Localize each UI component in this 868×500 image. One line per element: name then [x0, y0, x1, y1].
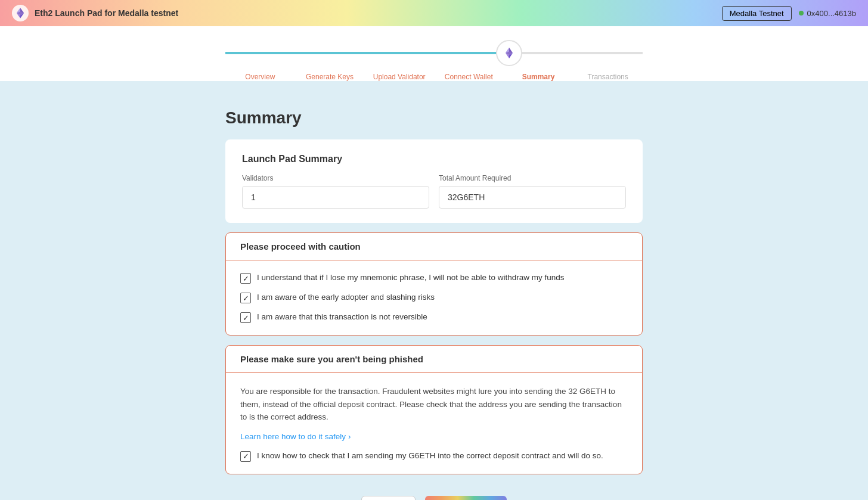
- phishing-checkbox-row: I know how to check that I am sending my…: [240, 451, 628, 462]
- step-connect-wallet: Connect Wallet: [434, 73, 504, 81]
- wallet-address: 0x400...4613b: [799, 9, 856, 18]
- wallet-address-text: 0x400...4613b: [807, 9, 856, 18]
- app-title: Eth2 Launch Pad for Medalla testnet: [35, 8, 178, 18]
- caution-title: Please proceed with caution: [240, 241, 628, 251]
- header-right: Medalla Testnet 0x400...4613b: [722, 6, 856, 21]
- validators-field-group: Validators 1: [242, 174, 429, 209]
- network-button[interactable]: Medalla Testnet: [722, 6, 792, 21]
- page-title: Summary: [225, 108, 643, 128]
- header-left: Eth2 Launch Pad for Medalla testnet: [12, 5, 178, 21]
- checkbox-row-2: I am aware of the early adopter and slas…: [240, 292, 628, 303]
- progress-track: [225, 52, 643, 54]
- back-button[interactable]: Back: [361, 496, 416, 500]
- checkbox-row-3: I am aware that this transaction is not …: [240, 312, 628, 323]
- chevron-right-icon: ›: [348, 432, 351, 441]
- phishing-body: You are responsible for the transaction.…: [226, 373, 642, 474]
- phishing-checkbox[interactable]: [240, 451, 251, 462]
- launch-pad-summary-inner: Launch Pad Summary Validators 1 Total Am…: [225, 139, 643, 223]
- validators-value: 1: [242, 186, 429, 209]
- checkbox-1[interactable]: [240, 273, 251, 284]
- checkbox-2[interactable]: [240, 293, 251, 303]
- learn-link[interactable]: Learn here how to do it safely ›: [240, 432, 351, 441]
- phishing-checkbox-label: I know how to check that I am sending my…: [257, 451, 603, 462]
- launch-pad-summary-card: Launch Pad Summary Validators 1 Total Am…: [225, 139, 643, 223]
- caution-header: Please proceed with caution: [226, 233, 642, 260]
- progress-fill: [225, 52, 509, 54]
- connection-status-dot: [799, 11, 804, 15]
- phishing-body-text: You are responsible for the transaction.…: [240, 385, 628, 424]
- buttons-row: Back Continue: [0, 484, 868, 500]
- caution-card: Please proceed with caution I understand…: [225, 232, 643, 336]
- total-amount-label: Total Amount Required: [439, 174, 626, 182]
- progress-track-container: [225, 38, 643, 68]
- fields-row: Validators 1 Total Amount Required 32G6E…: [242, 174, 626, 209]
- phishing-header: Please make sure you aren't being phishe…: [226, 346, 642, 373]
- total-amount-value: 32G6ETH: [439, 186, 626, 209]
- total-amount-field-group: Total Amount Required 32G6ETH: [439, 174, 626, 209]
- progress-area: Overview Generate Keys Upload Validator …: [0, 26, 868, 81]
- progress-eth-icon: [496, 40, 522, 66]
- eth-logo-icon: [12, 5, 29, 21]
- continue-button[interactable]: Continue: [425, 496, 507, 500]
- validators-label: Validators: [242, 174, 429, 182]
- checkbox-3[interactable]: [240, 312, 251, 323]
- checkbox-row-1: I understand that if I lose my mnemonic …: [240, 272, 628, 284]
- checkbox-label-1: I understand that if I lose my mnemonic …: [257, 272, 565, 284]
- steps-row: Overview Generate Keys Upload Validator …: [225, 73, 643, 81]
- eth-diamond-icon: [501, 45, 517, 61]
- phishing-title: Please make sure you aren't being phishe…: [240, 354, 628, 364]
- step-summary: Summary: [504, 73, 574, 81]
- main-content: Summary Launch Pad Summary Validators 1 …: [0, 91, 868, 500]
- checkbox-label-3: I am aware that this transaction is not …: [257, 312, 427, 323]
- checkbox-label-2: I am aware of the early adopter and slas…: [257, 292, 435, 303]
- caution-body: I understand that if I lose my mnemonic …: [226, 260, 642, 335]
- step-overview: Overview: [225, 73, 295, 81]
- phishing-card: Please make sure you aren't being phishe…: [225, 345, 643, 474]
- step-upload-validator: Upload Validator: [364, 73, 434, 81]
- step-generate-keys: Generate Keys: [295, 73, 365, 81]
- step-transactions: Transactions: [573, 73, 643, 81]
- launch-pad-summary-title: Launch Pad Summary: [242, 154, 626, 164]
- header: Eth2 Launch Pad for Medalla testnet Meda…: [0, 0, 868, 26]
